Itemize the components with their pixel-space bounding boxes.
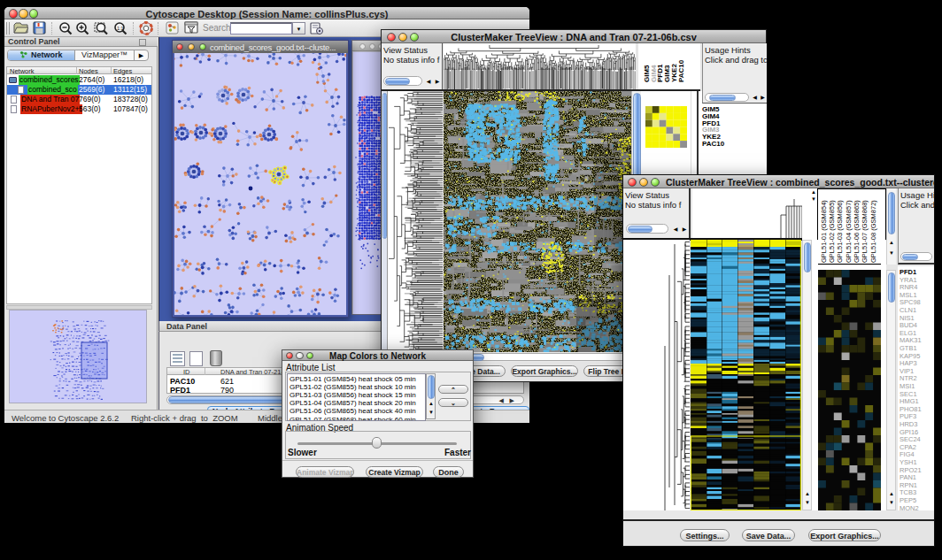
svg-text:1:1: 1:1 [117,26,124,31]
